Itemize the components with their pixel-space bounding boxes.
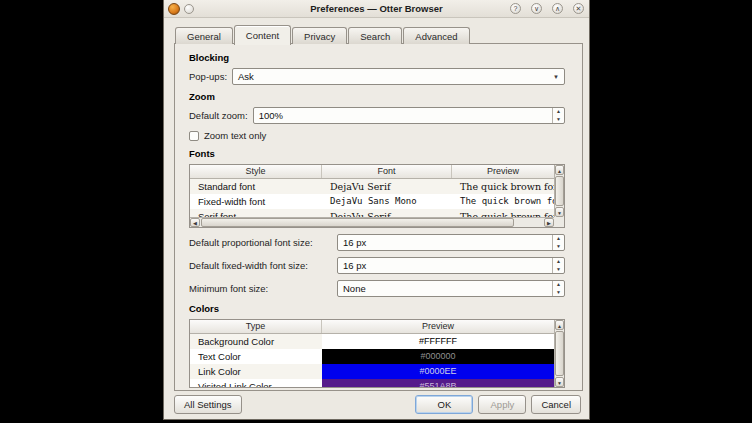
popups-dropdown[interactable]: Ask ▼	[232, 68, 565, 85]
cell-type: Background Color	[190, 334, 322, 349]
cell-style: Fixed-width font	[190, 194, 322, 209]
scroll-down-icon[interactable]: ▼	[555, 207, 564, 217]
proportional-size-label: Default proportional font size:	[189, 237, 337, 248]
font-row-standard[interactable]: Standard font DejaVu Serif The quick bro…	[190, 179, 554, 194]
spinner-arrows-icon[interactable]: ▲▼	[552, 258, 564, 273]
scroll-left-icon[interactable]: ◀	[190, 218, 200, 227]
colors-heading: Colors	[189, 303, 565, 314]
col-preview[interactable]: Preview	[322, 320, 554, 333]
fonts-table-header[interactable]: Style Font Preview	[190, 165, 554, 179]
default-zoom-label: Default zoom:	[189, 110, 248, 121]
spinner-arrows-icon[interactable]: ▲▼	[552, 235, 564, 250]
cell-type: Visited Link Color	[190, 379, 322, 388]
titlebar[interactable]: Preferences — Otter Browser ? ∨ ∧ ✕	[164, 0, 589, 18]
tab-bar: General Content Privacy Search Advanced	[164, 18, 589, 43]
close-icon[interactable]: ✕	[573, 3, 584, 14]
cell-type: Link Color	[190, 364, 322, 379]
color-row-text[interactable]: Text Color #000000	[190, 349, 554, 364]
colors-table-header[interactable]: Type Preview	[190, 320, 554, 334]
tab-general[interactable]: General	[175, 27, 233, 44]
fonts-heading: Fonts	[189, 148, 565, 159]
scroll-right-icon[interactable]: ▶	[544, 218, 554, 227]
apply-button[interactable]: Apply	[478, 395, 526, 414]
window-menu-button[interactable]	[184, 4, 194, 14]
color-swatch: #000000	[322, 349, 554, 364]
color-swatch: #0000EE	[322, 364, 554, 379]
color-swatch: #FFFFFF	[322, 334, 554, 349]
tab-content[interactable]: Content	[234, 25, 291, 45]
colors-vertical-scrollbar[interactable]: ▲ ▼	[554, 320, 564, 387]
cancel-button[interactable]: Cancel	[531, 395, 581, 414]
col-font[interactable]: Font	[322, 165, 452, 178]
blocking-heading: Blocking	[189, 52, 565, 63]
font-row-fixed-width[interactable]: Fixed-width font DejaVu Sans Mono The qu…	[190, 194, 554, 209]
tab-privacy[interactable]: Privacy	[292, 27, 347, 44]
scrollbar-corner	[554, 217, 564, 227]
zoom-heading: Zoom	[189, 91, 565, 102]
scrollbar-thumb[interactable]	[201, 218, 514, 227]
col-preview[interactable]: Preview	[452, 165, 554, 178]
color-swatch: #551A8B	[322, 379, 554, 388]
content-panel: Blocking Pop-ups: Ask ▼ Zoom Default zoo…	[174, 43, 583, 391]
scroll-up-icon[interactable]: ▲	[555, 320, 564, 330]
desktop-background: Preferences — Otter Browser ? ∨ ∧ ✕ Gene…	[0, 0, 752, 423]
spinner-arrows-icon[interactable]: ▲▼	[552, 108, 564, 123]
zoom-text-only-label: Zoom text only	[204, 130, 266, 141]
minimum-size-value: None	[343, 283, 366, 294]
popups-label: Pop-ups:	[189, 71, 227, 82]
proportional-size-value: 16 px	[343, 237, 366, 248]
proportional-size-spinbox[interactable]: 16 px ▲▼	[337, 234, 565, 251]
shade-icon[interactable]: ∨	[531, 3, 542, 14]
chevron-down-icon: ▼	[553, 74, 559, 80]
color-row-background[interactable]: Background Color #FFFFFF	[190, 334, 554, 349]
minimum-size-spinbox[interactable]: None ▲▼	[337, 280, 565, 297]
fixed-width-size-value: 16 px	[343, 260, 366, 271]
fonts-horizontal-scrollbar[interactable]: ◀ ▶	[190, 217, 554, 227]
scrollbar-thumb[interactable]	[555, 176, 564, 206]
preferences-dialog: Preferences — Otter Browser ? ∨ ∧ ✕ Gene…	[163, 0, 590, 420]
all-settings-button[interactable]: All Settings	[174, 395, 242, 414]
tab-search[interactable]: Search	[348, 27, 402, 44]
tab-advanced[interactable]: Advanced	[403, 27, 469, 44]
color-row-link[interactable]: Link Color #0000EE	[190, 364, 554, 379]
scroll-up-icon[interactable]: ▲	[555, 165, 564, 175]
maximize-icon[interactable]: ∧	[552, 3, 563, 14]
cell-style: Standard font	[190, 179, 322, 194]
col-type[interactable]: Type	[190, 320, 322, 333]
cell-preview: The quick brown fox	[452, 179, 554, 194]
cell-font: DejaVu Serif	[322, 179, 452, 194]
minimum-size-label: Minimum font size:	[189, 283, 337, 294]
ok-button[interactable]: OK	[415, 395, 473, 414]
default-zoom-value: 100%	[259, 110, 283, 121]
scrollbar-thumb[interactable]	[555, 331, 564, 376]
cell-type: Text Color	[190, 349, 322, 364]
fonts-table[interactable]: Style Font Preview Standard font DejaVu …	[189, 164, 565, 228]
cell-preview: The quick brown fox	[452, 194, 554, 209]
default-zoom-spinbox[interactable]: 100% ▲▼	[253, 107, 565, 124]
popups-value: Ask	[238, 71, 254, 82]
help-icon[interactable]: ?	[510, 3, 521, 14]
fixed-width-size-label: Default fixed-width font size:	[189, 260, 337, 271]
otter-app-icon	[168, 3, 180, 15]
colors-table[interactable]: Type Preview Background Color #FFFFFF Te…	[189, 319, 565, 388]
fixed-width-size-spinbox[interactable]: 16 px ▲▼	[337, 257, 565, 274]
button-bar: All Settings OK Apply Cancel	[174, 395, 581, 414]
color-row-visited-link[interactable]: Visited Link Color #551A8B	[190, 379, 554, 388]
scroll-down-icon[interactable]: ▼	[555, 377, 564, 387]
cell-font: DejaVu Sans Mono	[322, 194, 452, 209]
col-style[interactable]: Style	[190, 165, 322, 178]
zoom-text-only-checkbox[interactable]	[189, 131, 199, 141]
spinner-arrows-icon[interactable]: ▲▼	[552, 281, 564, 296]
